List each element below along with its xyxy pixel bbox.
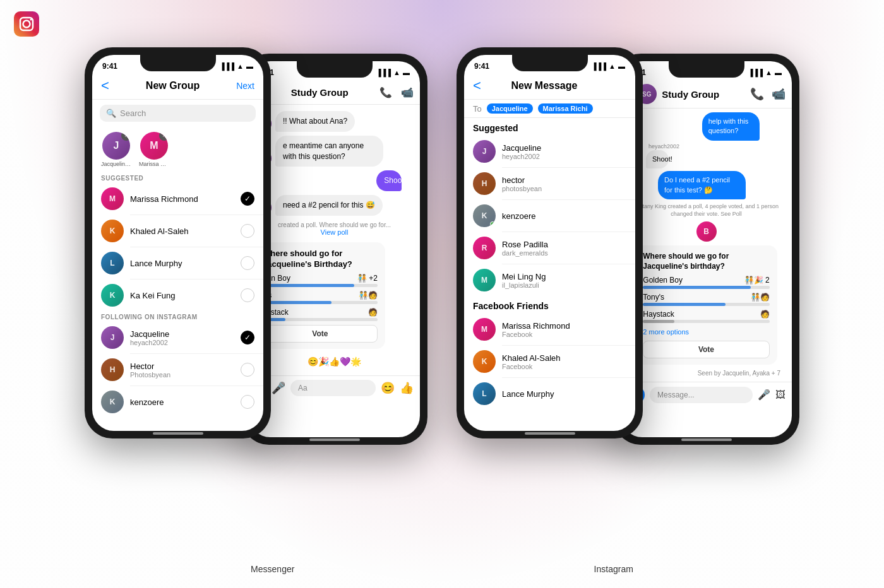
contact-kenzo[interactable]: K kenzoere (92, 386, 263, 418)
selected-jacqueline[interactable]: J × Jacqueline... (101, 132, 131, 167)
p4-poll-label-2: Tony's (643, 293, 664, 302)
poll-votes-1: 🧑‍🤝‍🧑 +2 (357, 274, 378, 283)
phone3-time: 9:41 (474, 62, 489, 71)
signal-icon-2: ▐▐▐ (376, 69, 391, 76)
check-lance[interactable] (241, 256, 254, 270)
phone2-vote-btn[interactable]: Vote (263, 325, 378, 343)
phone1-home-bar (153, 432, 203, 435)
phone1-back[interactable]: < (101, 78, 109, 94)
p4-poll-votes-1: 🧑‍🤝‍🧑🎉 2 (744, 276, 770, 285)
check-jac[interactable]: ✓ (241, 331, 254, 344)
battery-icon-4: ▬ (775, 69, 782, 76)
p3-mar-name: Marissa Richmond (502, 321, 626, 331)
contact-hector[interactable]: H Hector Photosbyean (92, 354, 263, 385)
recipient-jacqueline[interactable]: Jacqueline (487, 103, 533, 114)
remove-x-2[interactable]: × (159, 132, 168, 141)
p3-kha-name: Khaled Al-Saleh (502, 353, 626, 363)
phone4-poll-note: Brittany King created a poll, 4 people v… (626, 202, 787, 219)
phone4-screen: 9:41 ▐▐▐ ▲ ▬ ‹ SG Study Group 📞 (621, 61, 792, 437)
phone4-poll-card: Where should we go for Jacqueline's birt… (635, 245, 777, 364)
phone1-next[interactable]: Next (236, 81, 254, 91)
phone3-nav: < New Message (464, 75, 635, 100)
check-marissa[interactable]: ✓ (241, 192, 254, 206)
phone3-title: New Message (511, 80, 577, 91)
phone4-video-icon[interactable]: 📹 (772, 87, 785, 101)
view-poll-btn[interactable]: View poll (321, 228, 349, 236)
phone3-to-field[interactable]: To Jacqueline Marissa Richi (464, 100, 635, 118)
check-kenzo[interactable] (241, 395, 254, 409)
phone4-home-bar (681, 438, 732, 441)
phone4-sender: heyach2002 (646, 143, 679, 150)
phone3-lance[interactable]: L Lance Murphy (464, 378, 635, 409)
phone1-search[interactable]: 🔍 Search (100, 105, 256, 122)
contact-jacqueline[interactable]: J Jacqueline heyach2002 ✓ (92, 322, 263, 353)
phone4-notch (669, 61, 744, 78)
p4-poll-label-1: Golden Boy (643, 276, 683, 285)
phone3-marissa[interactable]: M Marissa Richmond Facebook (464, 314, 635, 345)
phone4-messages: help with this question? U heyach2002 Sh… (621, 109, 792, 382)
view-poll-meta: created a poll. Where should we go for..… (278, 221, 391, 228)
contact-name-kenzo: kenzoere (130, 397, 234, 407)
check-khaled[interactable] (241, 224, 254, 238)
instagram-logo (14, 11, 39, 37)
poll-votes-2: 🧑‍🤝‍🧑🧑 (359, 291, 378, 300)
phone4-input[interactable]: Message... (650, 387, 753, 403)
reaction-bar: 😊🎉👍💜🌟 (255, 354, 414, 369)
contact-lance[interactable]: L Lance Murphy (92, 247, 263, 279)
phone2-title: Study Group (291, 87, 349, 98)
view-poll-link[interactable]: created a poll. Where should we go for..… (255, 220, 414, 237)
label-instagram: Instagram (594, 564, 633, 574)
p3-rose-name: Rose Padilla (502, 240, 626, 249)
phone4-call-icon[interactable]: 📞 (750, 87, 764, 101)
mic-icon-4[interactable]: 🎤 (758, 389, 770, 401)
phone1-notch (140, 55, 216, 71)
phone4-msg-2: Shoot! (646, 150, 669, 168)
label-messenger: Messenger (251, 564, 294, 574)
phone-1-messenger: 9:41 ▐▐▐ ▲ ▬ < New Group Next (85, 47, 271, 438)
phone1-status-icons: ▐▐▐ ▲ ▬ (220, 62, 253, 70)
phone3-hector[interactable]: H hector photosbyean (464, 168, 635, 199)
contact-khaled[interactable]: K Khaled Al-Saleh (92, 215, 263, 247)
phone2-input[interactable]: Aa (290, 380, 376, 396)
contact-marissa[interactable]: M Marissa Richmond ✓ (92, 183, 263, 215)
phone3-back[interactable]: < (473, 78, 481, 94)
p3-kha-sub: Facebook (502, 363, 626, 370)
battery-icon: ▬ (246, 62, 253, 70)
page-container: 9:41 ▐▐▐ ▲ ▬ < New Group Next (0, 0, 884, 588)
phone4-more-options[interactable]: 2 more options (643, 327, 769, 337)
phone2-messages: J !! What about Ana? J e meantime can an… (249, 105, 420, 375)
like-icon[interactable]: 👍 (400, 381, 414, 395)
check-hector[interactable] (241, 363, 254, 377)
phone2-screen: 9:41 ▐▐▐ ▲ ▬ ‹ Study Group (249, 61, 420, 437)
phone-icon[interactable]: 📞 (379, 86, 392, 98)
selected-marissa[interactable]: M × Marissa Ri... (139, 132, 169, 167)
mic-icon[interactable]: 🎤 (272, 381, 285, 395)
p3-mei-name: Mei Ling Ng (502, 272, 626, 281)
phone3-kenzo[interactable]: K kenzoere (464, 200, 635, 232)
check-kakei[interactable] (241, 288, 254, 302)
video-icon[interactable]: 📹 (401, 86, 414, 98)
phone4-nav: ‹ SG Study Group 📞 📹 (621, 81, 792, 109)
battery-icon-3: ▬ (618, 62, 625, 70)
phone3-mei[interactable]: M Mei Ling Ng il_lapislazuli (464, 264, 635, 296)
recipient-marissa[interactable]: Marissa Richi (538, 103, 593, 114)
remove-x[interactable]: × (121, 132, 130, 141)
phone3-jac[interactable]: J Jacqueline heyach2002 (464, 136, 635, 167)
p4-poll-label-3: Haystack (643, 310, 674, 319)
p4-poll-votes-3: 🧑 (760, 310, 770, 319)
phone3-rose[interactable]: R Rose Padilla dark_emeralds (464, 232, 635, 264)
signal-icon-3: ▐▐▐ (592, 62, 606, 70)
msg-2: e meantime can anyone with this question… (275, 136, 383, 167)
phone3-khaled[interactable]: K Khaled Al-Saleh Facebook (464, 346, 635, 377)
contact-kakei[interactable]: K Ka Kei Fung (92, 279, 263, 311)
phone2-poll-title: Where should go for Jacqueline's Birthda… (263, 249, 378, 270)
phone4-vote-btn[interactable]: Vote (643, 341, 769, 358)
emoji-icon[interactable]: 😊 (381, 381, 395, 395)
phone4-msg-1: help with this question? (702, 112, 760, 141)
selected-name-1: Jacqueline... (101, 161, 131, 167)
phone3-to-label: To (473, 104, 482, 114)
msg-row-2: J e meantime can anyone with this questi… (255, 136, 414, 167)
msg-row-4: J need a #2 pencil for this 😅 (255, 195, 414, 216)
p3-kenz-name: kenzoere (502, 211, 626, 221)
image-icon-4[interactable]: 🖼 (775, 389, 785, 401)
